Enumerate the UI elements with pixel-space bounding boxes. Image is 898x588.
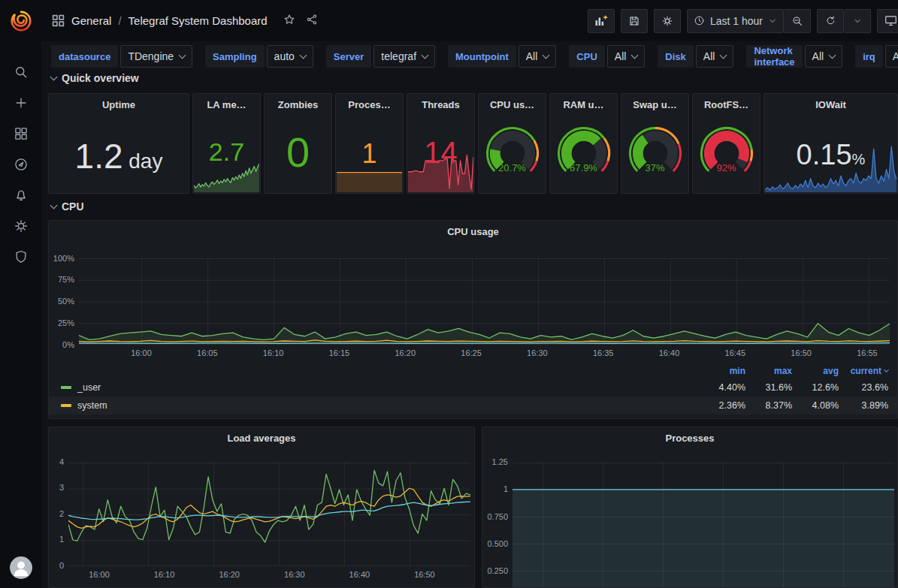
variable-value-dropdown[interactable]: auto <box>267 45 313 68</box>
series-swatch <box>61 386 71 389</box>
chevron-down-icon <box>50 201 58 209</box>
legend-sort-max[interactable]: max <box>745 366 792 376</box>
section-quick-overview[interactable]: Quick overview <box>51 72 139 84</box>
configuration-gear-icon[interactable] <box>13 218 29 234</box>
variable-value-dropdown[interactable]: telegraf <box>373 45 435 68</box>
chevron-down-icon <box>631 51 639 59</box>
legend-sort-avg[interactable]: avg <box>792 366 839 376</box>
search-icon[interactable] <box>13 64 29 80</box>
panel-cpu-usage: CPU usage 100% 75% 50% 25% 0% 16:0016:05… <box>48 220 898 419</box>
legend-sort-current[interactable]: current <box>839 366 888 376</box>
panel-title[interactable]: IOWait <box>764 94 897 110</box>
panel-title[interactable]: Uptime <box>49 94 189 110</box>
save-dashboard-button[interactable] <box>621 9 648 33</box>
variable-value-dropdown[interactable]: All <box>885 45 898 68</box>
variable-server: Servertelegraf <box>326 45 435 68</box>
panel-title[interactable]: CPU usage <box>49 221 897 237</box>
admin-shield-icon[interactable] <box>13 249 29 265</box>
refresh-interval-dropdown[interactable] <box>844 9 871 33</box>
dashboard-variables-bar: datasourceTDengine Samplingauto Serverte… <box>41 41 898 71</box>
legend-series-system[interactable]: system <box>61 400 699 411</box>
alerting-bell-icon[interactable] <box>13 187 29 204</box>
variable-value-dropdown[interactable]: TDengine <box>120 45 192 68</box>
chevron-down-icon <box>720 51 727 59</box>
dashboard-settings-button[interactable] <box>654 9 681 33</box>
y-axis-tick: 100% <box>49 254 74 264</box>
panel-cpu-usage-gauge: CPU us… 20.7% <box>478 93 546 194</box>
stat-value: 14 <box>407 137 474 167</box>
legend-series-nice[interactable]: nice <box>61 418 699 419</box>
variable-value-dropdown[interactable]: All <box>519 45 557 68</box>
panel-title[interactable]: Load averages <box>49 427 474 444</box>
breadcrumb-folder[interactable]: General <box>71 14 111 27</box>
dashboard-title[interactable]: Telegraf System Dashboard <box>129 14 268 27</box>
add-panel-button[interactable] <box>588 9 615 33</box>
user-avatar[interactable] <box>10 556 32 579</box>
panel-title[interactable]: CPU us… <box>479 94 546 110</box>
gauge-value: 20.7% <box>479 162 546 173</box>
panel-rootfs-gauge: RootFS… 92% <box>692 93 760 194</box>
time-range-label: Last 1 hour <box>710 15 763 27</box>
y-axis-tick: 3 <box>49 483 64 493</box>
chevron-down-icon <box>299 51 307 59</box>
panel-title[interactable]: RAM u… <box>550 94 617 110</box>
explore-compass-icon[interactable] <box>13 156 29 173</box>
y-axis-tick: 0 <box>49 561 64 571</box>
variable-value-dropdown[interactable]: All <box>607 45 646 68</box>
dashboards-icon[interactable] <box>13 125 29 142</box>
variable-sampling: Samplingauto <box>205 45 313 68</box>
y-axis-tick: 25% <box>49 318 74 328</box>
star-icon[interactable] <box>283 14 295 29</box>
share-icon[interactable] <box>306 14 318 29</box>
chevron-down-icon <box>50 73 58 80</box>
grafana-logo[interactable] <box>0 0 41 41</box>
refresh-button[interactable] <box>817 9 844 33</box>
panel-threads: Threads 14 <box>407 93 475 194</box>
cpu-usage-plot[interactable] <box>79 258 890 345</box>
x-axis: 16:0016:1016:2016:3016:4016:50 <box>86 570 438 579</box>
panel-title[interactable]: LA me… <box>193 94 260 110</box>
variable-label: Disk <box>658 45 693 68</box>
zoom-out-time-button[interactable] <box>784 9 811 33</box>
variable-datasource: datasourceTDengine <box>51 45 192 68</box>
sidebar <box>0 0 41 588</box>
panel-title[interactable]: Proces… <box>336 94 403 110</box>
panel-title[interactable]: Processes <box>482 427 897 444</box>
legend-row: _user 4.40%31.6%12.6%23.6% <box>49 378 897 397</box>
legend-sort-min[interactable]: min <box>699 366 745 376</box>
section-cpu[interactable]: CPU <box>51 201 84 213</box>
panel-title[interactable]: Swap u… <box>621 94 688 110</box>
load-averages-plot[interactable] <box>68 463 470 566</box>
chevron-down-icon <box>829 51 836 59</box>
y-axis-tick: 1 <box>482 484 508 494</box>
y-axis-tick: 2 <box>49 509 64 519</box>
variable-irq: irqAll <box>855 45 898 68</box>
variable-label: CPU <box>569 45 604 68</box>
variable-mountpoint: MountpointAll <box>448 45 556 68</box>
variable-value-dropdown[interactable]: All <box>805 45 843 68</box>
time-range-picker[interactable]: Last 1 hour <box>687 9 784 33</box>
panel-iowait: IOWait 0.15% <box>763 93 898 194</box>
y-axis-tick: 0.500 <box>482 539 508 549</box>
variable-network-interface: Network interfaceAll <box>746 45 842 68</box>
panel-title[interactable]: Threads <box>407 94 474 110</box>
chevron-down-icon <box>422 51 429 59</box>
panel-la-medium: LA me… 2.7 <box>192 93 261 194</box>
y-axis-tick: 4 <box>49 457 64 467</box>
gauge-value: 37% <box>621 162 688 173</box>
create-plus-icon[interactable] <box>13 95 29 111</box>
panel-title[interactable]: Zombies <box>265 94 331 110</box>
panel-ram-usage-gauge: RAM u… 67.9% <box>549 93 618 194</box>
legend-row: system 2.36%8.37%4.08%3.89% <box>49 397 897 415</box>
series-swatch <box>61 404 71 407</box>
variable-value-dropdown[interactable]: All <box>696 45 734 68</box>
panel-title[interactable]: RootFS… <box>693 94 760 110</box>
dashboard-grid-icon <box>52 14 65 27</box>
sort-chevron-icon <box>884 367 889 372</box>
legend-series-user[interactable]: _user <box>61 382 699 393</box>
processes-plot[interactable] <box>512 463 894 587</box>
variable-label: Mountpoint <box>448 45 516 68</box>
legend: min max avg current _user 4.40%31.6%12.6… <box>49 363 897 419</box>
kiosk-mode-button[interactable] <box>877 9 898 33</box>
top-navbar: General / Telegraf System Dashboard Last… <box>41 0 898 41</box>
